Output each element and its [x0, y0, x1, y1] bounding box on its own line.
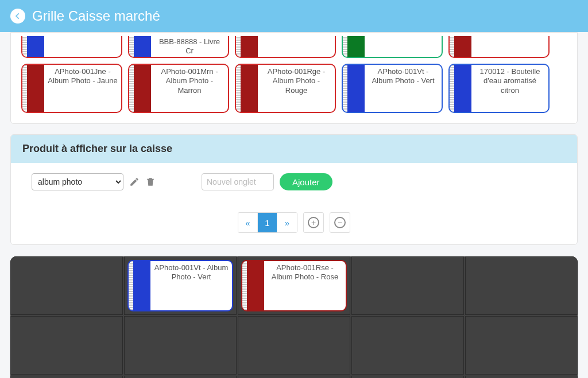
grid-cell[interactable] [351, 256, 464, 315]
product-label: APhoto-001Rge - Album Photo - Rouge [258, 65, 335, 112]
page-prev[interactable]: « [238, 213, 258, 232]
grid-cell[interactable] [238, 376, 350, 378]
product-card[interactable]: APhoto-001Rge - Album Photo - Rouge [235, 64, 336, 113]
product-card[interactable]: APhoto-001Mrn - Album Photo - Marron [128, 64, 229, 113]
add-button[interactable]: Ajouter [280, 173, 332, 190]
product-card[interactable] [342, 36, 443, 58]
product-label: APhoto-001Mrn - Album Photo - Marron [151, 65, 228, 112]
product-card[interactable] [235, 36, 336, 58]
remove-page-button[interactable]: − [330, 212, 350, 233]
product-label [365, 36, 442, 57]
product-card[interactable] [21, 36, 122, 58]
product-card[interactable]: BBB-88888 - Livre Cr [128, 36, 229, 58]
page-header: Grille Caisse marché [0, 0, 588, 32]
pager: « 1 » [238, 212, 297, 233]
grid-cell[interactable] [124, 316, 237, 375]
page-next[interactable]: » [277, 213, 297, 232]
product-card[interactable] [448, 36, 550, 58]
add-page-button[interactable]: + [303, 212, 324, 233]
controls-row: album photo Ajouter [32, 173, 556, 190]
product-label: APhoto-001Rse - Album Photo - Rose [264, 261, 346, 310]
back-button[interactable] [10, 9, 25, 24]
grid-cell[interactable] [238, 316, 350, 375]
plus-icon: + [308, 217, 319, 228]
product-label [471, 36, 548, 57]
product-card[interactable]: APhoto-001Vt - Album Photo - Vert [342, 64, 443, 113]
grid-cell[interactable] [465, 376, 578, 378]
tab-select[interactable]: album photo [32, 173, 123, 190]
grid-cell[interactable] [351, 376, 464, 378]
grid-cell[interactable] [465, 256, 578, 315]
catalog-row: APhoto-001Jne - Album Photo - Jaune APho… [21, 64, 567, 113]
product-label [44, 36, 121, 57]
product-card[interactable]: 170012 - Bouteille d'eau aromatisé citro… [448, 64, 550, 113]
product-label: BBB-88888 - Livre Cr [151, 36, 228, 57]
trash-icon[interactable] [145, 177, 156, 187]
new-tab-input[interactable] [202, 173, 274, 190]
display-config-panel: Produit à afficher sur la caisse album p… [10, 134, 578, 245]
grid-cell[interactable]: APhoto-001Vt - Album Photo - Vert [124, 256, 237, 315]
product-label: APhoto-001Vt - Album Photo - Vert [365, 65, 442, 112]
grid-cell[interactable] [10, 316, 123, 375]
grid-cell[interactable] [465, 316, 578, 375]
minus-icon: − [334, 217, 346, 228]
product-label: 170012 - Bouteille d'eau aromatisé citro… [471, 65, 548, 112]
grid-cell[interactable] [10, 256, 123, 315]
product-label: APhoto-001Jne - Album Photo - Jaune [44, 65, 121, 112]
product-card[interactable]: APhoto-001Vt - Album Photo - Vert [127, 260, 233, 311]
catalog-row-partial: BBB-88888 - Livre Cr [21, 36, 567, 58]
display-grid: APhoto-001Vt - Album Photo - Vert APhoto… [10, 256, 578, 378]
grid-cell[interactable]: APhoto-001Rse - Album Photo - Rose [238, 256, 350, 315]
grid-cell[interactable] [124, 376, 237, 378]
page-title: Grille Caisse marché [32, 8, 160, 24]
product-label [258, 36, 335, 57]
edit-icon[interactable] [129, 177, 140, 187]
panel-title: Produit à afficher sur la caisse [11, 135, 577, 163]
pagination-row: « 1 » + − [32, 212, 556, 233]
product-label: APhoto-001Vt - Album Photo - Vert [150, 261, 232, 310]
grid-cell[interactable] [10, 376, 123, 378]
products-catalog-panel: BBB-88888 - Livre Cr APhoto-001Jne - Alb… [10, 32, 578, 124]
grid-cell[interactable] [351, 316, 464, 375]
product-card[interactable]: APhoto-001Rse - Album Photo - Rose [241, 260, 347, 311]
product-card[interactable]: APhoto-001Jne - Album Photo - Jaune [21, 64, 122, 113]
page-current[interactable]: 1 [258, 213, 277, 232]
